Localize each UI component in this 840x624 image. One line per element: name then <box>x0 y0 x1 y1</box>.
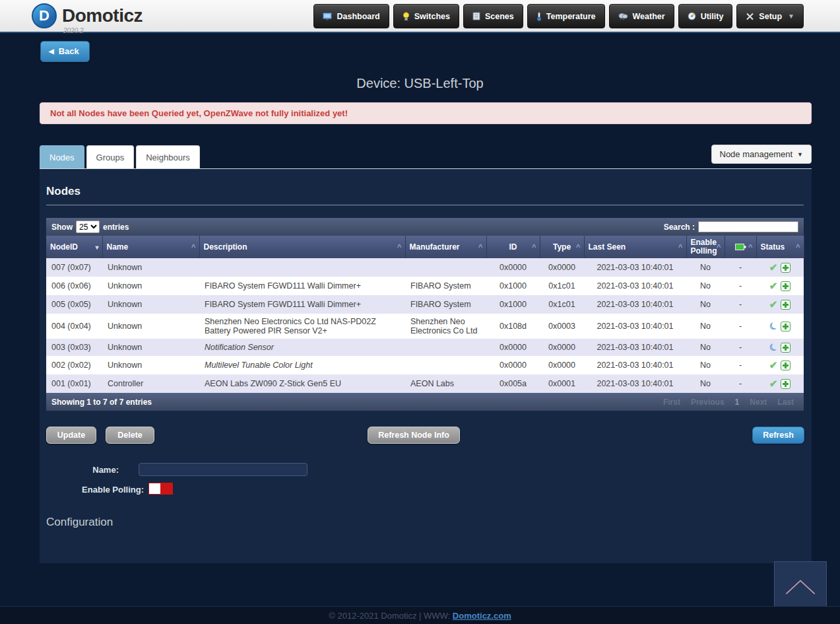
node-status-icon: ✔ <box>769 280 778 292</box>
table-row[interactable]: 001 (0x01)Controller AEON Labs ZW090 Z-S… <box>46 374 804 393</box>
toggle-knob <box>149 483 160 494</box>
refresh-button[interactable]: Refresh <box>752 427 804 444</box>
col-header-description[interactable]: Description^ <box>199 236 405 258</box>
chevron-down-icon: ▼ <box>797 151 803 158</box>
node-add-info-icon[interactable] <box>781 343 791 353</box>
col-header-manufacturer[interactable]: Manufacturer^ <box>405 236 486 258</box>
nav-utility[interactable]: Utility <box>678 4 733 28</box>
node-name-input[interactable] <box>139 463 307 476</box>
copyright-text: © 2012-2021 Domoticz | WWW: <box>329 611 453 621</box>
sort-desc-icon: ▾ <box>95 243 98 252</box>
table-header-row: NodeID▾ Name^ Description^ Manufacturer^… <box>46 236 804 258</box>
tab-groups[interactable]: Groups <box>86 145 135 168</box>
section-title: Nodes <box>46 185 804 205</box>
tab-nodes[interactable]: Nodes <box>40 145 84 168</box>
page-1[interactable]: 1 <box>730 398 744 407</box>
page-footer: © 2012-2021 Domoticz | WWW: Domoticz.com <box>0 606 840 624</box>
domoticz-logo-icon: D <box>32 3 57 28</box>
page-previous[interactable]: Previous <box>686 398 729 407</box>
sort-asc-icon: ^ <box>532 243 536 252</box>
scroll-to-top-button[interactable] <box>774 561 827 608</box>
show-label: Show <box>51 223 73 232</box>
col-header-id[interactable]: ID^ <box>486 236 540 258</box>
sort-asc-icon: ^ <box>748 243 752 252</box>
nav-scenes[interactable]: Scenes <box>463 4 523 28</box>
name-label: Name: <box>40 465 119 475</box>
table-row[interactable]: 003 (0x03)Unknown Notification Sensor 0x… <box>46 339 804 356</box>
sort-asc-icon: ^ <box>717 243 721 252</box>
back-arrow-icon: ◀ <box>49 48 54 55</box>
scenes-icon <box>472 12 480 20</box>
node-status-icon: ✔ <box>769 378 778 390</box>
table-info-bar: Showing 1 to 7 of 7 entries First Previo… <box>46 393 804 411</box>
chevron-up-icon <box>777 569 824 602</box>
back-button[interactable]: ◀ Back <box>40 41 90 62</box>
sort-asc-icon: ^ <box>191 243 195 252</box>
page-last[interactable]: Last <box>773 398 798 407</box>
col-header-polling[interactable]: Enable Polling^ <box>686 236 725 258</box>
top-navbar: D Domoticz 2020.2 Dashboard Switches Sce… <box>0 0 840 33</box>
pagination: First Previous 1 Next Last <box>659 398 798 407</box>
entries-label: entries <box>103 223 129 232</box>
sort-asc-icon: ^ <box>397 243 401 252</box>
node-add-info-icon[interactable] <box>781 361 791 370</box>
node-status-icon: ☾ <box>767 320 780 333</box>
page-title: Device: USB-Left-Top <box>0 76 840 91</box>
search-label: Search : <box>664 223 695 232</box>
node-add-info-icon[interactable] <box>781 281 791 291</box>
col-header-type[interactable]: Type^ <box>540 236 584 258</box>
col-header-battery[interactable]: ^ <box>725 236 756 258</box>
sort-asc-icon: ^ <box>478 243 482 252</box>
weather-icon <box>618 12 628 20</box>
table-controls-bar: Show 25 entries Search : <box>46 218 804 236</box>
node-add-info-icon[interactable] <box>781 379 791 389</box>
page-length-select[interactable]: 25 <box>76 221 100 233</box>
node-status-icon: ✔ <box>769 298 778 310</box>
table-row[interactable]: 005 (0x05)Unknown FIBARO System FGWD111 … <box>46 295 804 314</box>
node-status-icon: ✔ <box>769 359 778 371</box>
col-header-name[interactable]: Name^ <box>102 236 199 258</box>
nodes-table: Show 25 entries Search : <box>46 218 804 411</box>
node-add-info-icon[interactable] <box>781 300 791 310</box>
delete-button[interactable]: Delete <box>106 427 154 444</box>
sort-asc-icon: ^ <box>796 243 800 252</box>
enable-polling-label: Enable Polling: <box>40 485 144 495</box>
col-header-nodeid[interactable]: NodeID▾ <box>46 236 102 258</box>
node-add-info-icon[interactable] <box>781 322 791 331</box>
domoticz-logo[interactable]: D Domoticz 2020.2 <box>32 3 143 28</box>
nav-temperature[interactable]: Temperature <box>527 4 605 28</box>
nav-dashboard[interactable]: Dashboard <box>313 4 389 28</box>
sort-asc-icon: ^ <box>678 243 682 252</box>
nodes-panel: Nodes Show 25 entries Search : <box>40 169 812 563</box>
col-header-status[interactable]: Status^ <box>756 236 804 258</box>
nav-switches[interactable]: Switches <box>393 4 459 28</box>
setup-icon <box>746 13 754 20</box>
sort-asc-icon: ^ <box>576 243 580 252</box>
node-management-dropdown[interactable]: Node management ▼ <box>711 145 812 164</box>
dashboard-icon <box>323 12 332 20</box>
enable-polling-toggle[interactable] <box>148 483 173 495</box>
table-row[interactable]: 007 (0x07)Unknown 0x00000x0000 2021-03-0… <box>46 258 804 277</box>
node-add-info-icon[interactable] <box>781 263 791 273</box>
update-button[interactable]: Update <box>46 427 96 444</box>
refresh-node-info-button[interactable]: Refresh Node Info <box>368 427 460 444</box>
node-status-icon: ✔ <box>769 261 778 273</box>
switches-icon <box>403 12 410 21</box>
tab-bar: Nodes Groups Neighbours Node management … <box>40 144 812 169</box>
page-next[interactable]: Next <box>745 398 771 407</box>
search-input[interactable] <box>698 221 798 232</box>
page-first[interactable]: First <box>659 398 685 407</box>
nav-setup[interactable]: Setup ▼ <box>736 4 804 28</box>
table-info: Showing 1 to 7 of 7 entries <box>51 398 152 407</box>
domoticz-link[interactable]: Domoticz.com <box>453 611 511 621</box>
table-row[interactable]: 002 (0x02)Unknown Multilevel Tunable Col… <box>46 356 804 374</box>
table-row[interactable]: 006 (0x06)Unknown FIBARO System FGWD111 … <box>46 277 804 295</box>
col-header-lastseen[interactable]: Last Seen^ <box>584 236 686 258</box>
table-row[interactable]: 004 (0x04)Unknown Shenzhen Neo Electroni… <box>46 314 804 339</box>
chevron-down-icon: ▼ <box>788 13 794 20</box>
temperature-icon <box>536 12 542 21</box>
tab-neighbours[interactable]: Neighbours <box>136 145 200 168</box>
nav-weather[interactable]: Weather <box>609 4 674 28</box>
warning-banner: Not all Nodes have been Queried yet, Ope… <box>40 102 812 124</box>
configuration-title: Configuration <box>46 516 113 529</box>
